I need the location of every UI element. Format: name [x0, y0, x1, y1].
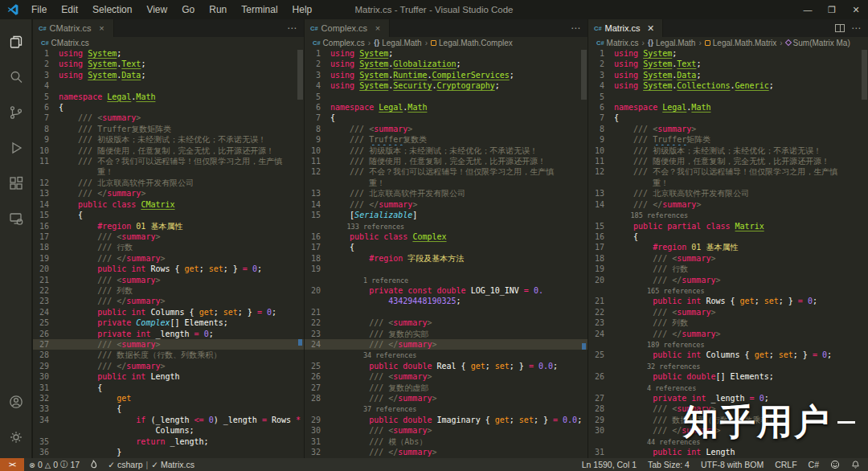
code-line[interactable]: 13 /// 北京联高软件开发有限公司 — [588, 188, 868, 199]
code-line[interactable]: 33 { — [33, 403, 304, 414]
menu-help[interactable]: Help — [285, 4, 320, 15]
scrollbar[interactable] — [580, 48, 588, 458]
breadcrumb-item[interactable]: Sum(Matrix Ma) — [786, 39, 850, 47]
code-line[interactable]: 3using System.Data; — [588, 70, 868, 80]
code-line[interactable]: 6{ — [33, 102, 304, 113]
code-line[interactable]: 重！ — [588, 178, 868, 188]
code-line[interactable]: 1using System; — [305, 48, 588, 59]
scrollbar[interactable] — [297, 48, 304, 458]
code-line[interactable]: 15 public partial class Matrix — [588, 221, 868, 231]
notifications-bell-icon[interactable] — [845, 458, 868, 471]
codelens-line[interactable]: 185 references — [588, 210, 868, 220]
code-line[interactable]: 9 /// Truffer矩阵类 — [588, 134, 868, 145]
codelens-references[interactable]: 189 references — [614, 341, 705, 349]
menu-terminal[interactable]: Terminal — [234, 4, 285, 15]
codelens-references[interactable]: 1 reference — [330, 276, 408, 285]
search-icon[interactable] — [0, 59, 32, 95]
more-actions-icon[interactable]: ⋯ — [571, 23, 581, 34]
scrollbar[interactable] — [861, 48, 868, 458]
language-mode[interactable]: C# — [803, 458, 825, 471]
code-line[interactable]: 28 /// </summary> — [305, 393, 588, 403]
code-line[interactable]: 15 [Serializable] — [305, 210, 588, 220]
codelens-references[interactable]: 133 references — [330, 223, 404, 231]
code-line[interactable]: 14 public class CMatrix — [33, 199, 304, 210]
code-line[interactable]: 14 /// </summary> — [588, 199, 868, 210]
account-icon[interactable] — [0, 384, 32, 420]
code-line[interactable]: 5 — [588, 92, 868, 102]
code-line[interactable]: 12 /// 北京联高软件开发有限公司 — [33, 178, 304, 188]
code-line[interactable]: 4using System.Collections.Generic; — [588, 80, 868, 91]
code-line[interactable]: 31 public int Length — [588, 447, 868, 457]
code-line[interactable]: 19 — [305, 264, 588, 274]
code-line[interactable]: 29 public double Imaginary { get; set; }… — [305, 415, 588, 425]
code-line[interactable]: 23 /// 复数的实部 — [305, 329, 588, 339]
code-line[interactable]: 43429448190325; — [305, 296, 588, 306]
code-line[interactable]: 16 public class Complex — [305, 231, 588, 242]
minimize-icon[interactable]: — — [796, 0, 820, 19]
codelens-references[interactable]: 34 references — [330, 351, 416, 359]
encoding[interactable]: UTF-8 with BOM — [695, 458, 769, 471]
code-line[interactable]: 20 /// </summary> — [588, 275, 868, 285]
close-icon[interactable]: ✕ — [844, 0, 868, 19]
code-line[interactable]: 29 /// </summary> — [33, 361, 304, 371]
code-line[interactable]: 20 private const double LOG_10_INV = 0. — [305, 285, 588, 296]
menu-selection[interactable]: Selection — [85, 4, 139, 15]
codelens-references[interactable]: 4 references — [614, 384, 696, 392]
code-line[interactable]: 16 #region 01 基本属性 — [33, 221, 304, 231]
code-line[interactable]: 4 — [33, 80, 304, 91]
code-line[interactable]: 32 /// </summary> — [305, 447, 588, 457]
code-line[interactable]: 19 /// </summary> — [33, 253, 304, 264]
menu-go[interactable]: Go — [174, 4, 202, 15]
code-line[interactable]: 17 #region 01 基本属性 — [588, 242, 868, 252]
code-line[interactable]: 31 { — [33, 383, 304, 393]
extensions-icon[interactable] — [0, 166, 32, 201]
eol-sequence[interactable]: CRLF — [769, 458, 802, 471]
code-line[interactable]: 22 /// <summary> — [588, 307, 868, 317]
code-line[interactable]: 25 public int Columns { get; set; } = 0; — [588, 350, 868, 360]
code-line[interactable]: 重！ — [305, 178, 588, 188]
code-line[interactable]: 10 /// 初级版本；未经测试；未经优化；不承诺无误！ — [305, 145, 588, 156]
code-line[interactable]: 7{ — [588, 113, 868, 123]
tab-matrix[interactable]: C# Matrix.cs ✕ — [588, 19, 663, 37]
code-line[interactable]: 30 /// <summary> — [305, 425, 588, 436]
code-line[interactable]: 11 /// 不会？我们可以远程辅导！但仅限学习之用，生产慎 — [33, 156, 304, 166]
remote-indicator[interactable]: >< — [0, 458, 24, 471]
cursor-position[interactable]: Ln 1590, Col 1 — [576, 458, 642, 471]
code-line[interactable]: 13 /// 北京联高软件开发有限公司 — [305, 188, 588, 199]
source-control-icon[interactable] — [0, 95, 32, 130]
code-line[interactable]: 3using System.Runtime.CompilerServices; — [305, 70, 588, 80]
code-line[interactable]: 1using System; — [33, 48, 304, 59]
code-line[interactable]: 32 get — [33, 393, 304, 403]
code-editor[interactable]: 1using System;2using System.Text;3using … — [588, 48, 868, 458]
code-line[interactable]: 36 } — [33, 447, 304, 457]
tab-close-icon[interactable]: ✕ — [645, 23, 657, 34]
code-line[interactable]: 17 { — [305, 242, 588, 252]
code-line[interactable]: 24 /// </summary> — [588, 329, 868, 339]
menu-file[interactable]: File — [24, 4, 54, 15]
code-line[interactable]: 19 /// 行数 — [588, 264, 868, 274]
more-actions-icon[interactable]: ⋯ — [851, 23, 862, 34]
code-line[interactable]: 20 public int Rows { get; set; } = 0; — [33, 264, 304, 274]
code-line[interactable]: 9 /// Truffer复数类 — [305, 134, 588, 145]
code-line[interactable]: 22 /// 列数 — [33, 285, 304, 296]
codelens-line[interactable]: 4 references — [588, 383, 868, 393]
restore-icon[interactable]: ❐ — [820, 0, 844, 19]
tab-close-icon[interactable]: × — [96, 23, 108, 33]
code-line[interactable]: 6namespace Legal.Math — [305, 102, 588, 113]
code-line[interactable]: 12 /// 不会？我们可以远程辅导！但仅限学习之用，生产慎 — [305, 166, 588, 177]
code-line[interactable]: 7 /// <summary> — [33, 113, 304, 123]
code-line[interactable]: 5namespace Legal.Math — [33, 92, 304, 102]
code-line[interactable]: 23 /// 列数 — [588, 317, 868, 328]
code-line[interactable]: 27 /// 复数的虚部 — [305, 383, 588, 393]
code-line[interactable]: 18 #region 字段及基本方法 — [305, 253, 588, 264]
code-line[interactable]: 10 /// 初级版本；未经测试；未经优化；不承诺无误！ — [588, 145, 868, 156]
code-line[interactable]: 14 /// </summary> — [305, 199, 588, 210]
code-line[interactable]: 11 /// 随便使用，任意复制，完全无忧，比开源还开源！ — [305, 156, 588, 166]
code-line[interactable]: 2using System.Text; — [588, 59, 868, 69]
omnisharp-status[interactable]: ✓ csharp | ✓ Matrix.cs — [103, 458, 199, 471]
tab-complex[interactable]: C# Complex.cs × — [305, 19, 390, 37]
code-line[interactable]: 27 /// <summary> — [33, 339, 304, 350]
code-line[interactable]: 4using System.Security.Cryptography; — [305, 80, 588, 91]
codelens-line[interactable]: 133 references — [305, 221, 588, 231]
codelens-line[interactable]: 165 references — [588, 285, 868, 296]
